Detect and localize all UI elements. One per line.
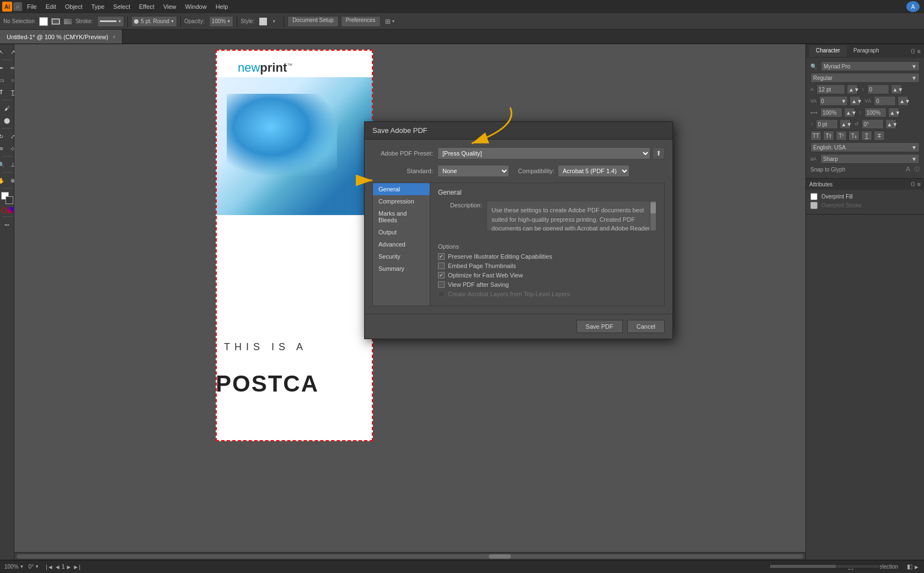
- checkbox-view-after: View PDF after Saving: [438, 281, 656, 288]
- dialog-footer: Save PDF Cancel: [365, 314, 672, 339]
- description-area: Description: Use these settings to creat…: [438, 201, 656, 238]
- dialog-main-panel: General Description: Use these settings …: [430, 183, 665, 306]
- cb-optimize-label: Optimize for Fast Web View: [448, 272, 523, 279]
- nav-marks-bleeds[interactable]: Marks and Bleeds: [373, 207, 430, 226]
- nav-summary[interactable]: Summary: [373, 263, 430, 275]
- nav-compression[interactable]: Compression: [373, 195, 430, 207]
- cb-embed-thumb[interactable]: [438, 263, 445, 269]
- checkboxes-group: Preserve Illustrator Editing Capabilitie…: [438, 253, 656, 297]
- cb-create-layers-label: Create Acrobat Layers from Top-Level Lay…: [448, 291, 570, 297]
- checkbox-create-layers: Create Acrobat Layers from Top-Level Lay…: [438, 291, 656, 297]
- description-label: Description:: [438, 201, 482, 238]
- compatibility-label: Compatibility:: [518, 168, 554, 174]
- dialog-sidebar: General Compression Marks and Bleeds Out…: [372, 183, 430, 306]
- cb-preserve[interactable]: [438, 253, 445, 260]
- save-pdf-btn[interactable]: Save PDF: [576, 320, 623, 333]
- description-box: Use these settings to create Adobe PDF d…: [487, 201, 656, 238]
- checkbox-embed-thumbnails: Embed Page Thumbnails: [438, 263, 656, 269]
- upload-preset-btn[interactable]: ⬆: [653, 147, 665, 159]
- nav-general[interactable]: General: [373, 183, 430, 195]
- cb-optimize[interactable]: [438, 272, 445, 279]
- section-title: General: [438, 189, 656, 196]
- standard-label: Standard:: [372, 168, 433, 174]
- checkbox-optimize: Optimize for Fast Web View: [438, 272, 656, 279]
- standard-compat-row: Standard: None Compatibility: Acrobat 5 …: [372, 165, 665, 177]
- save-pdf-dialog: Save Adobe PDF Adobe PDF Preset: [Press …: [364, 121, 673, 339]
- cancel-btn[interactable]: Cancel: [627, 320, 665, 333]
- desc-scrollbar[interactable]: [650, 201, 656, 231]
- preset-row: Adobe PDF Preset: [Press Quality] ⬆: [372, 147, 665, 159]
- description-text: Use these settings to create Adobe PDF d…: [487, 201, 656, 231]
- dialog-body: Adobe PDF Preset: [Press Quality] ⬆ Stan…: [365, 140, 672, 314]
- nav-advanced[interactable]: Advanced: [373, 238, 430, 250]
- cb-view-after[interactable]: [438, 281, 445, 288]
- cb-preserve-label: Preserve Illustrator Editing Capabilitie…: [448, 253, 552, 260]
- dialog-content: General Compression Marks and Bleeds Out…: [372, 183, 665, 306]
- cb-view-after-label: View PDF after Saving: [448, 281, 509, 288]
- cb-embed-thumb-label: Embed Page Thumbnails: [448, 263, 516, 269]
- standard-dropdown[interactable]: None: [437, 165, 509, 177]
- checkbox-preserve: Preserve Illustrator Editing Capabilitie…: [438, 253, 656, 260]
- options-label: Options: [438, 243, 656, 250]
- preset-dropdown[interactable]: [Press Quality]: [437, 147, 650, 159]
- dialog-title: Save Adobe PDF: [365, 122, 672, 140]
- compatibility-dropdown[interactable]: Acrobat 5 (PDF 1.4): [558, 165, 629, 177]
- preset-label: Adobe PDF Preset:: [372, 150, 433, 157]
- cb-create-layers: [438, 291, 445, 297]
- nav-security[interactable]: Security: [373, 250, 430, 263]
- nav-output[interactable]: Output: [373, 226, 430, 238]
